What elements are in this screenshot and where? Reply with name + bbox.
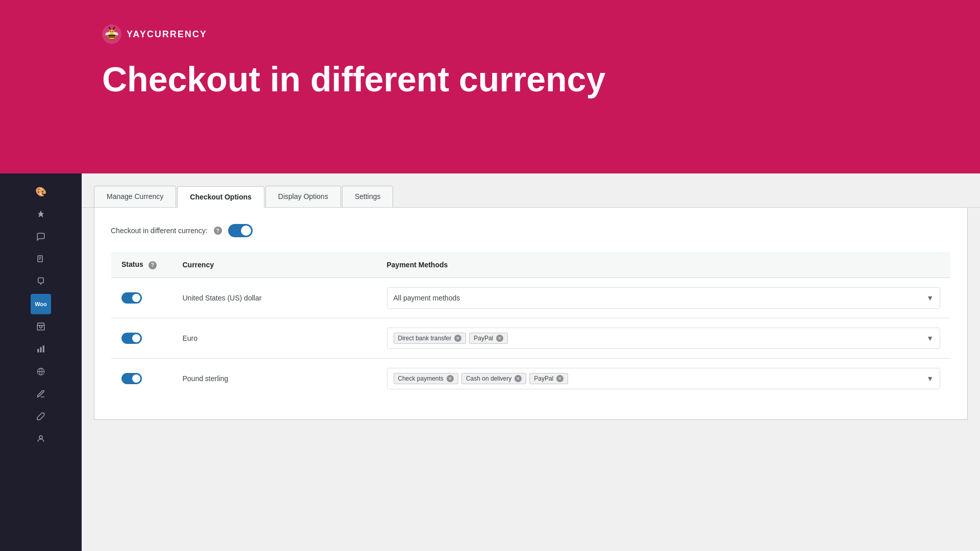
tab-bar: Manage Currency Checkout Options Display… xyxy=(82,173,980,208)
svg-point-7 xyxy=(112,31,113,32)
status-cell-gbp xyxy=(111,358,173,398)
tab-manage-currency[interactable]: Manage Currency xyxy=(94,186,176,207)
svg-rect-4 xyxy=(108,37,115,38)
col-header-currency: Currency xyxy=(173,252,377,278)
status-cell-usd xyxy=(111,278,173,318)
sidebar-icon-pages[interactable] xyxy=(31,249,51,269)
payment-tags-gbp: Check payments ✕ Cash on delivery ✕ PayP… xyxy=(394,373,923,384)
all-methods-label: All payment methods xyxy=(394,294,460,302)
remove-tag-gbp-cod[interactable]: ✕ xyxy=(514,375,522,382)
remove-tag-gbp-paypal[interactable]: ✕ xyxy=(556,375,564,382)
toggle-usd[interactable] xyxy=(121,292,142,304)
sidebar-icon-marketing[interactable] xyxy=(31,361,51,382)
payment-cell-eur: Direct bank transfer ✕ PayPal ✕ ▼ xyxy=(377,318,951,358)
currency-cell-eur: Euro xyxy=(173,318,377,358)
col-header-payment: Payment Methods xyxy=(377,252,951,278)
dropdown-arrow-eur: ▼ xyxy=(926,334,934,342)
toggle-eur[interactable] xyxy=(121,333,142,344)
payment-dropdown-gbp[interactable]: Check payments ✕ Cash on delivery ✕ PayP… xyxy=(387,368,941,389)
sidebar-icon-user[interactable] xyxy=(31,429,51,449)
woo-label: Woo xyxy=(35,301,47,307)
table-row: Pound sterling Check payments ✕ Cash o xyxy=(111,358,951,398)
checkout-options-panel: Checkout in different currency: ? Status… xyxy=(94,208,968,420)
remove-tag-gbp-check[interactable]: ✕ xyxy=(447,375,454,382)
content-area: Manage Currency Checkout Options Display… xyxy=(82,173,980,551)
payment-tag-gbp-paypal: PayPal ✕ xyxy=(529,373,568,384)
sidebar-icon-woo[interactable]: Woo xyxy=(31,294,51,314)
currency-table: Status ? Currency Payment Methods United… xyxy=(111,252,951,399)
currency-cell-usd: United States (US) dollar xyxy=(173,278,377,318)
payment-tags-eur: Direct bank transfer ✕ PayPal ✕ xyxy=(394,333,923,344)
main-area: 🎨 Woo xyxy=(0,173,980,551)
sidebar: 🎨 Woo xyxy=(0,173,82,551)
svg-rect-16 xyxy=(39,258,41,259)
hero-title: Checkout in different currency xyxy=(102,60,980,98)
payment-dropdown-eur[interactable]: Direct bank transfer ✕ PayPal ✕ ▼ xyxy=(387,328,941,349)
table-row: United States (US) dollar All payment me… xyxy=(111,278,951,318)
table-row: Euro Direct bank transfer ✕ PayPal xyxy=(111,318,951,358)
svg-point-21 xyxy=(39,436,42,439)
payment-tag-gbp-check: Check payments ✕ xyxy=(394,373,458,384)
col-header-status: Status ? xyxy=(111,252,173,278)
tab-display-options[interactable]: Display Options xyxy=(265,186,341,207)
svg-rect-18 xyxy=(37,349,39,353)
payment-dropdown-usd[interactable]: All payment methods ▼ xyxy=(387,287,941,309)
svg-rect-15 xyxy=(39,257,41,258)
payment-tags-usd: All payment methods xyxy=(394,294,923,302)
brand-name: YAYCURRENCY xyxy=(127,29,207,40)
sidebar-icon-comments[interactable] xyxy=(31,227,51,247)
sidebar-icon-thumbtack[interactable] xyxy=(31,204,51,224)
payment-cell-gbp: Check payments ✕ Cash on delivery ✕ PayP… xyxy=(377,358,951,398)
dropdown-arrow-usd: ▼ xyxy=(926,294,934,302)
sidebar-icon-palette[interactable]: 🎨 xyxy=(31,182,51,202)
svg-rect-3 xyxy=(108,35,116,36)
sidebar-icon-feedback[interactable] xyxy=(31,271,51,292)
checkout-toggle[interactable] xyxy=(228,224,253,237)
payment-tag-eur-paypal: PayPal ✕ xyxy=(469,333,508,344)
status-cell-eur xyxy=(111,318,173,358)
sidebar-icon-brush[interactable] xyxy=(31,406,51,427)
svg-rect-17 xyxy=(39,259,40,260)
svg-rect-19 xyxy=(40,347,42,353)
status-help-icon[interactable]: ? xyxy=(149,261,157,269)
hero-section: YAYCURRENCY Checkout in different curren… xyxy=(0,0,980,173)
svg-rect-20 xyxy=(43,345,44,353)
checkout-help-icon[interactable]: ? xyxy=(214,227,222,235)
tab-settings[interactable]: Settings xyxy=(342,186,394,207)
svg-point-12 xyxy=(109,27,110,29)
dropdown-arrow-gbp: ▼ xyxy=(926,374,934,383)
brand: YAYCURRENCY xyxy=(102,24,980,44)
svg-rect-14 xyxy=(38,256,42,262)
table-header-row: Status ? Currency Payment Methods xyxy=(111,252,951,278)
sidebar-icon-pen[interactable] xyxy=(31,384,51,404)
payment-tag-eur-dbt: Direct bank transfer ✕ xyxy=(394,333,467,344)
checkout-toggle-label: Checkout in different currency: xyxy=(111,227,208,235)
checkout-toggle-row: Checkout in different currency: ? xyxy=(111,224,951,237)
remove-tag-eur-paypal[interactable]: ✕ xyxy=(496,335,503,342)
tab-checkout-options[interactable]: Checkout Options xyxy=(177,186,264,208)
bee-icon xyxy=(102,24,121,44)
remove-tag-eur-dbt[interactable]: ✕ xyxy=(454,335,461,342)
currency-cell-gbp: Pound sterling xyxy=(173,358,377,398)
toggle-gbp[interactable] xyxy=(121,373,142,384)
sidebar-icon-store[interactable] xyxy=(31,316,51,337)
svg-point-13 xyxy=(114,27,115,29)
payment-tag-gbp-cod: Cash on delivery ✕ xyxy=(461,373,526,384)
sidebar-icon-analytics[interactable] xyxy=(31,339,51,359)
svg-point-6 xyxy=(110,31,111,32)
payment-cell-usd: All payment methods ▼ xyxy=(377,278,951,318)
